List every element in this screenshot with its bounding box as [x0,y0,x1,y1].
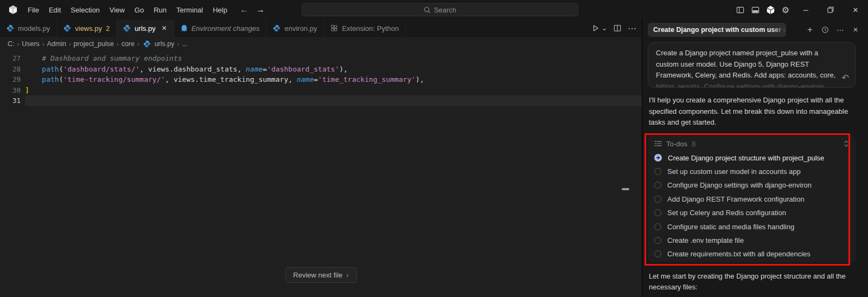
code-text [25,95,642,106]
breadcrumb-item[interactable]: core [122,40,135,48]
python-file-icon [63,24,71,32]
python-file-icon [7,24,14,32]
code-editor[interactable]: 27 # Dashboard and summary endpoints28 p… [0,51,642,297]
code-text: ] [25,85,642,96]
review-next-file-button[interactable]: Review next file › [285,267,356,283]
tab-environment-changes[interactable]: Environment changes [174,20,267,37]
kiro-assistant-icon[interactable] [763,2,778,17]
menu-go[interactable]: Go [130,4,149,16]
menu-bar: FileEditSelectionViewGoRunTerminalHelp [23,4,232,16]
chat-panel: Create Django project with custom user m… [642,20,867,297]
breadcrumb-item[interactable]: ... [182,40,187,48]
todo-item-label: Create .env template file [667,236,744,244]
chat-history-icon[interactable] [819,23,832,36]
editor-group: models.py views.py 2 urls.py ✕ Environme… [0,20,642,297]
breadcrumb-item[interactable]: Admin [47,40,66,48]
run-python-file-button[interactable] [592,24,599,32]
code-line-28[interactable]: 28 path('dashboard/stats/', views.dashbo… [0,64,642,75]
user-message-bubble[interactable]: Create a Django project named project_pu… [648,42,856,88]
todo-item[interactable]: Set up custom user model in accounts app [648,165,856,178]
more-actions-icon[interactable]: ⋯ [628,23,636,34]
todo-title: To-dos [666,140,687,148]
menu-terminal[interactable]: Terminal [171,4,208,16]
todo-section: To-dos 8 Create Django project structure… [648,135,856,262]
todo-pending-icon [654,223,661,230]
todo-item-label: Add Django REST Framework configuration [667,195,805,203]
breadcrumb-item[interactable]: Users [22,40,40,48]
user-message-line: Create a Django project named project_pu… [656,48,837,59]
chevron-right-icon: › [346,271,348,279]
expand-collapse-icon[interactable] [844,140,849,147]
minimize-button[interactable]: ─ [793,0,818,20]
nav-forward-icon[interactable]: → [256,5,265,15]
toggle-panel-icon[interactable] [748,2,763,17]
code-lines: 27 # Dashboard and summary endpoints28 p… [0,53,642,106]
breadcrumb-separator: › [17,41,20,47]
chat-close-icon[interactable]: ✕ [849,23,862,36]
revert-message-icon[interactable]: ↶ [842,73,849,83]
tab-extension-python[interactable]: Extension: Python [324,20,406,37]
todo-item[interactable]: Configure Django settings with django-en… [648,178,856,192]
breadcrumb[interactable]: C:›Users›Admin›project_pulse›core›urls.p… [0,37,642,51]
todo-pending-icon [654,250,661,257]
menu-run[interactable]: Run [149,4,171,16]
todo-item-label: Configure static and media files handlin… [667,223,794,231]
menu-view[interactable]: View [105,4,130,16]
todo-item-label: Configure Django settings with django-en… [667,181,812,189]
breadcrumb-item[interactable]: project_pulse [74,40,114,48]
tab-modified-badge: 2 [106,24,110,33]
split-editor-icon[interactable] [614,24,621,32]
code-line-27[interactable]: 27 # Dashboard and summary endpoints [0,53,642,64]
todo-item[interactable]: Configure static and media files handlin… [648,219,856,233]
toggle-sidebar-icon[interactable] [732,2,748,17]
line-number: 31 [0,95,25,106]
tab-environ-py[interactable]: environ.py [266,20,324,37]
resize-handle[interactable] [622,188,629,190]
search-placeholder: Search [434,6,456,14]
user-message-line: custom user model. Use Django 5, Django … [656,59,837,70]
kiro-logo-icon [8,4,18,15]
breadcrumb-separator: › [69,41,71,47]
tab-urls-py[interactable]: urls.py ✕ [117,20,174,37]
breadcrumb-separator: › [42,41,44,47]
todo-item[interactable]: Create Django project structure with pro… [648,151,856,165]
tab-models-py[interactable]: models.py [0,20,57,37]
search-input[interactable]: Search [302,3,578,16]
todo-item[interactable]: Create requirements.txt with all depende… [648,247,856,261]
close-window-button[interactable]: ✕ [843,0,868,20]
chat-session-tab[interactable]: Create Django project with custom user m… [648,23,786,37]
todo-pending-icon [654,182,661,189]
breadcrumb-separator: › [137,41,139,47]
todo-item[interactable]: Add Django REST Framework configuration [648,192,856,206]
todo-pending-icon [654,237,661,244]
line-number: 27 [0,53,25,64]
todo-in-progress-icon [654,154,662,162]
breadcrumb-item[interactable]: urls.py [155,40,175,48]
menu-selection[interactable]: Selection [66,4,104,16]
kiro-ide-window: FileEditSelectionViewGoRunTerminalHelp ←… [0,0,868,297]
todo-header[interactable]: To-dos 8 [648,139,856,151]
tab-views-py[interactable]: views.py 2 [57,20,117,37]
chat-header: Create Django project with custom user m… [642,20,867,40]
chat-more-icon[interactable]: ⋯ [834,23,847,36]
todo-item[interactable]: Set up Celery and Redis configuration [648,206,856,219]
code-line-30[interactable]: 30] [0,85,642,96]
nav-back-icon[interactable]: ← [240,5,248,15]
tab-close-icon[interactable]: ✕ [162,24,167,32]
code-text: path('dashboard/stats/', views.dashboard… [25,64,642,75]
extension-icon [330,24,338,32]
code-line-29[interactable]: 29 path('time-tracking/summary/', views.… [0,74,642,85]
menu-file[interactable]: File [23,4,44,16]
settings-gear-icon[interactable]: ⚙ [778,2,793,17]
run-dropdown-icon[interactable]: ⌄ [602,24,607,32]
python-file-icon [123,24,131,32]
todo-item[interactable]: Create .env template file [648,234,856,247]
menu-edit[interactable]: Edit [44,4,66,16]
breadcrumb-item[interactable]: C: [8,40,15,48]
python-file-icon [143,40,151,48]
code-line-31[interactable]: 31 [0,95,642,106]
menu-help[interactable]: Help [208,4,232,16]
new-chat-button[interactable]: + [803,23,816,36]
restore-button[interactable] [818,0,843,20]
search-icon [424,7,431,14]
